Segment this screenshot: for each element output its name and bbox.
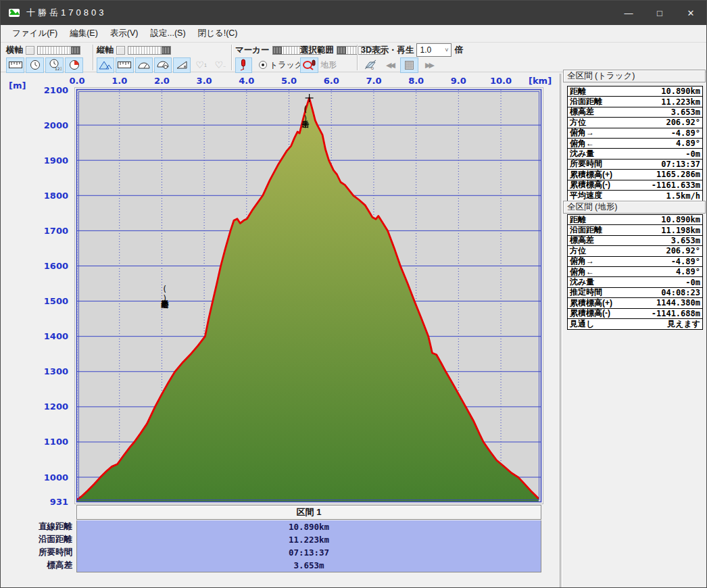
radio-track-label: トラック bbox=[270, 59, 303, 71]
stat-label: 俯角← bbox=[570, 267, 594, 277]
stat-label: 累積標高(+) bbox=[570, 298, 612, 308]
x-tick-label: 0.0 bbox=[69, 76, 84, 86]
ruler-small-icon[interactable] bbox=[116, 57, 133, 73]
stat-label: 見通し bbox=[570, 319, 594, 329]
3d-view-icon[interactable]: O bbox=[361, 57, 379, 73]
menu-item-1[interactable]: 編集(E) bbox=[64, 26, 104, 41]
x-tick-label: 1.0 bbox=[112, 76, 127, 86]
clock-icon[interactable] bbox=[26, 57, 44, 73]
ruler-icon[interactable] bbox=[6, 57, 24, 73]
stat-label: 距離 bbox=[570, 87, 586, 97]
x-tick-label: 9.0 bbox=[451, 76, 466, 86]
stat-label: 沈み量 bbox=[570, 149, 594, 159]
section-labels-gutter: 直線距離沿面距離所要時間標高差 bbox=[1, 520, 72, 572]
stat-value: 1144.380m bbox=[656, 298, 700, 308]
stat-label: 標高差 bbox=[570, 107, 594, 118]
v-axis-mini-button[interactable] bbox=[116, 46, 125, 55]
stat-row: 距離10.890km bbox=[568, 215, 702, 225]
menu-item-4[interactable]: 閉じる!(C) bbox=[192, 26, 244, 41]
speed-value: 1.0 bbox=[420, 45, 431, 55]
stat-row: 距離10.890km bbox=[568, 87, 702, 97]
stat-label: 沿面距離 bbox=[570, 97, 602, 107]
elapsed-pie-icon[interactable] bbox=[65, 57, 83, 73]
y-unit-label: [m] bbox=[9, 80, 26, 91]
stat-value: 1.5km/h bbox=[666, 191, 700, 201]
stat-label: 所要時間 bbox=[570, 160, 602, 170]
menu-item-0[interactable]: ファイル(F) bbox=[6, 26, 64, 41]
window-title: 十勝岳170803 bbox=[26, 7, 106, 19]
clock-numbers-icon[interactable]: 123 bbox=[45, 57, 64, 73]
section-row-label: 沿面距離 bbox=[1, 533, 72, 546]
stat-row: 累積標高(-)-1161.633m bbox=[568, 180, 702, 191]
stat-value: 07:13:37 bbox=[661, 160, 700, 169]
stat-row: 俯角←4.89° bbox=[568, 267, 702, 277]
y-tick-label: 1600 bbox=[44, 261, 68, 271]
mountain-icon[interactable] bbox=[97, 57, 114, 73]
gauge-hand-icon[interactable] bbox=[154, 57, 172, 73]
menu-item-3[interactable]: 設定...(S) bbox=[144, 26, 191, 41]
stat-value: -0m bbox=[685, 149, 700, 159]
terrain-stats-header: 全区間 (地形) bbox=[563, 201, 706, 214]
y-tick-label: 1500 bbox=[44, 296, 68, 306]
speed-select[interactable]: 1.0 ˅ bbox=[416, 43, 452, 57]
v-axis-zoom-slider[interactable] bbox=[128, 46, 171, 55]
section-header: 区間 1 bbox=[76, 505, 541, 520]
stat-value: 04:08:23 bbox=[661, 288, 700, 297]
y-tick-label: 1300 bbox=[44, 366, 68, 376]
section-values-panel: 10.890km11.223km07:13:373.653m bbox=[76, 520, 541, 572]
close-button[interactable]: ✕ bbox=[675, 1, 706, 25]
section-row-label: 所要時間 bbox=[1, 546, 72, 559]
pause-icon[interactable] bbox=[400, 57, 418, 73]
gauge-icon[interactable] bbox=[135, 57, 153, 73]
stat-row: 沿面距離11.223km bbox=[568, 97, 702, 107]
section-row-label: 直線距離 bbox=[1, 520, 72, 533]
stat-value: 3.653m bbox=[671, 107, 700, 117]
minimize-button[interactable]: — bbox=[613, 1, 644, 25]
stat-value: 見えます bbox=[667, 319, 700, 329]
svg-text:123: 123 bbox=[55, 66, 62, 71]
stat-value: 10.890km bbox=[661, 215, 700, 224]
stat-value: 4.89° bbox=[676, 139, 700, 148]
section-value: 10.890km bbox=[77, 520, 541, 533]
panel-splitter[interactable] bbox=[560, 74, 562, 588]
h-axis-mini-button[interactable] bbox=[26, 46, 34, 55]
stat-label: 沈み量 bbox=[570, 277, 594, 287]
dotted-heart-1-icon[interactable]: ♡1 bbox=[192, 57, 210, 73]
h-axis-label: 横軸 bbox=[6, 45, 23, 56]
stat-value: 3.653m bbox=[671, 236, 700, 245]
stat-label: 方位 bbox=[570, 246, 586, 256]
y-tick-label: 1800 bbox=[44, 191, 68, 201]
pin-icon[interactable] bbox=[235, 57, 252, 73]
stat-value: 4.89° bbox=[676, 267, 700, 276]
maximize-button[interactable]: □ bbox=[644, 1, 675, 25]
x-tick-label: 3.0 bbox=[197, 76, 212, 86]
h-axis-zoom-slider[interactable] bbox=[37, 46, 80, 55]
stat-label: 沿面距離 bbox=[570, 225, 602, 235]
terrain-stats-table: 距離10.890km沿面距離11.198km標高差3.653m方位206.92°… bbox=[567, 214, 703, 330]
stat-value: 206.92° bbox=[666, 118, 700, 127]
y-tick-label: 1400 bbox=[44, 331, 68, 341]
radio-track[interactable]: トラック bbox=[259, 59, 303, 71]
dotted-heart-2-icon[interactable]: ♡.. bbox=[212, 57, 229, 73]
stat-row: 累積標高(-)-1141.688m bbox=[568, 309, 702, 319]
stat-value: 1165.286m bbox=[656, 170, 700, 179]
stat-value: -1161.633m bbox=[652, 180, 700, 190]
selection-label: 選択範囲 bbox=[300, 45, 334, 56]
stat-label: 距離 bbox=[570, 215, 586, 225]
slope-icon[interactable] bbox=[173, 57, 191, 73]
forward-icon[interactable]: ▶▶ bbox=[420, 57, 438, 73]
lasso-pin-icon[interactable] bbox=[300, 57, 318, 73]
y-tick-label: 2000 bbox=[44, 120, 68, 130]
rewind-icon[interactable]: ◀◀ bbox=[381, 57, 399, 73]
menu-bar: ファイル(F)編集(E)表示(V)設定...(S)閉じる!(C) bbox=[1, 25, 706, 43]
menu-item-2[interactable]: 表示(V) bbox=[104, 26, 145, 41]
elevation-profile-chart[interactable]: 0.01.02.03.04.05.06.07.08.09.010.0[km][m… bbox=[1, 74, 562, 505]
stat-row: 累積標高(+)1165.286m bbox=[568, 170, 702, 180]
h-axis-group: 横軸 123 bbox=[6, 44, 90, 71]
marker-label: マーカー bbox=[235, 45, 270, 56]
stat-value: -1141.688m bbox=[652, 309, 700, 318]
stat-row: 俯角←4.89° bbox=[568, 139, 702, 149]
y-tick-label: 1100 bbox=[44, 437, 68, 447]
y-tick-label: 2100 bbox=[44, 85, 68, 95]
y-tick-label: 931 bbox=[50, 497, 68, 506]
